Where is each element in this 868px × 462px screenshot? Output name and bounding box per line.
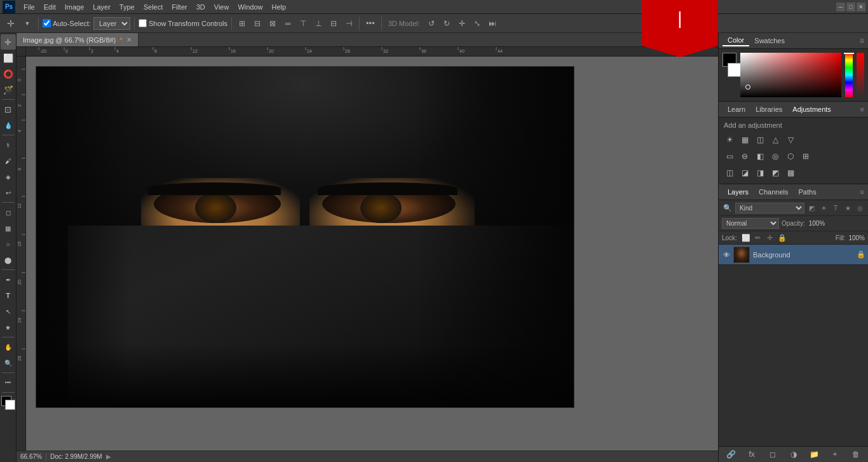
brightness-adj-icon[interactable]: ☀ (722, 133, 736, 147)
tab-swatches[interactable]: Swatches (749, 36, 790, 46)
menu-filter[interactable]: Filter (167, 2, 191, 12)
menu-image[interactable]: Image (60, 2, 89, 12)
move-tool[interactable]: ✛ (1, 34, 16, 50)
dodge-tool[interactable]: ⬤ (1, 252, 16, 268)
3d-roll-icon[interactable]: ⏭ (486, 17, 499, 30)
adjustments-expand[interactable]: ≡ (860, 105, 864, 113)
text-tool[interactable]: T (1, 288, 16, 303)
tab-learn[interactable]: Learn (722, 104, 750, 114)
photo-filter-adj-icon[interactable]: ◧ (753, 149, 767, 163)
lock-pixel-icon[interactable]: ⬜ (741, 233, 751, 243)
menu-edit[interactable]: Edit (39, 2, 60, 12)
layer-new-button[interactable]: + (825, 449, 845, 460)
align-right-icon[interactable]: ⊟ (327, 17, 340, 30)
selective-color-adj-icon[interactable]: ▩ (783, 166, 797, 180)
color-gradient[interactable] (740, 53, 841, 97)
crop-tool[interactable]: ⊡ (1, 102, 16, 117)
filter-smart-obj-icon[interactable]: ◎ (855, 203, 865, 213)
gradient-map-adj-icon[interactable]: ◩ (768, 166, 782, 180)
path-select-tool[interactable]: ↖ (1, 304, 16, 319)
curves-adj-icon[interactable]: ▦ (738, 133, 752, 147)
3d-scale-icon[interactable]: ⤡ (471, 17, 484, 30)
pen-tool[interactable]: ✒ (1, 272, 16, 287)
threshold-adj-icon[interactable]: ◨ (753, 166, 767, 180)
layer-link-button[interactable]: 🔗 (721, 449, 741, 460)
close-button[interactable]: ✕ (857, 3, 865, 11)
custom-shape-tool[interactable]: ★ (1, 320, 16, 335)
lock-all-icon[interactable]: 🔒 (777, 233, 787, 243)
menu-window[interactable]: Window (233, 2, 267, 12)
transform-checkbox-label[interactable]: Show Transform Controls (139, 19, 227, 27)
select-rect-tool[interactable]: ⬜ (1, 50, 16, 65)
history-brush-tool[interactable]: ↩ (1, 185, 16, 200)
exposure-adj-icon[interactable]: ◫ (753, 133, 767, 147)
background-color-swatch[interactable] (728, 63, 742, 77)
filter-kind-select[interactable]: Kind (735, 203, 804, 214)
status-arrow[interactable]: ▶ (106, 453, 111, 460)
layer-group-button[interactable]: 📁 (804, 449, 824, 460)
eraser-tool[interactable]: ◻ (1, 205, 16, 220)
align-left-icon[interactable]: ⊤ (297, 17, 309, 30)
vibrance-adj-icon[interactable]: △ (768, 133, 782, 147)
tool-dropdown-arrow[interactable]: ▼ (20, 17, 34, 31)
quick-select-tool[interactable]: 🪄 (1, 82, 16, 97)
blend-mode-select[interactable]: Normal (722, 218, 779, 229)
hand-tool[interactable]: ✋ (1, 339, 16, 355)
menu-layer[interactable]: Layer (88, 2, 115, 12)
3d-slide-icon[interactable]: ✛ (456, 17, 468, 30)
color-lookup-adj-icon[interactable]: ⬡ (783, 149, 797, 163)
hue-strip[interactable] (845, 53, 853, 97)
filter-adj-icon[interactable]: ☀ (818, 203, 829, 213)
layers-panel-expand[interactable]: ≡ (860, 188, 864, 196)
3d-rotate-icon[interactable]: ↺ (425, 17, 438, 30)
fill-value[interactable]: 100% (848, 234, 865, 241)
spot-heal-tool[interactable]: ⚕ (1, 137, 16, 153)
layer-adj-button[interactable]: ◑ (783, 449, 803, 460)
auto-select-label[interactable]: Auto-Select: (43, 19, 91, 27)
menu-select[interactable]: Select (139, 2, 168, 12)
align-top-icon[interactable]: ⊞ (236, 17, 248, 30)
menu-3d[interactable]: 3D (192, 2, 210, 12)
layer-fx-button[interactable]: fx (742, 449, 762, 460)
solarize-adj-icon[interactable]: ◪ (738, 166, 752, 180)
blur-tool[interactable]: ○ (1, 236, 16, 252)
align-horiz-icon[interactable]: ═ (281, 17, 294, 30)
posterize-adj-icon[interactable]: ⊞ (799, 149, 813, 163)
brush-tool[interactable]: 🖌 (1, 153, 16, 168)
filter-shape-icon[interactable]: ★ (843, 203, 853, 213)
image-tab[interactable]: Image.jpg @ 66.7% (RGB/8#) * ✕ (17, 33, 139, 46)
tab-paths[interactable]: Paths (794, 187, 822, 197)
tab-libraries[interactable]: Libraries (750, 104, 787, 114)
layer-delete-button[interactable]: 🗑 (846, 449, 865, 460)
tab-channels[interactable]: Channels (754, 187, 793, 197)
zoom-tool[interactable]: 🔍 (1, 355, 16, 370)
gradient-tool[interactable]: ▦ (1, 221, 16, 236)
filter-search-icon[interactable]: 🔍 (722, 202, 733, 214)
invert-adj-icon[interactable]: ◫ (722, 166, 736, 180)
layer-mask-button[interactable]: ◻ (763, 449, 782, 460)
lock-paint-icon[interactable]: ✏ (753, 233, 763, 243)
distribute-icon[interactable]: ⊣ (342, 17, 355, 30)
auto-select-checkbox[interactable] (43, 19, 51, 27)
align-center-icon[interactable]: ⊥ (312, 17, 325, 30)
move-tool-icon[interactable]: ✛ (4, 17, 18, 31)
tab-layers[interactable]: Layers (722, 187, 754, 197)
menu-view[interactable]: View (210, 2, 234, 12)
tab-color[interactable]: Color (722, 35, 749, 46)
3d-pan-icon[interactable]: ↻ (440, 17, 453, 30)
color-panel-expand[interactable]: ≡ (860, 36, 864, 45)
maximize-button[interactable]: □ (846, 3, 855, 11)
filter-text-icon[interactable]: T (831, 203, 841, 213)
align-bottom-icon[interactable]: ⊠ (266, 17, 279, 30)
menu-help[interactable]: Help (268, 2, 291, 12)
alpha-strip[interactable] (857, 53, 864, 97)
clone-stamp-tool[interactable]: ◈ (1, 169, 16, 184)
tab-close-button[interactable]: ✕ (126, 36, 132, 43)
menu-type[interactable]: Type (115, 2, 139, 12)
lock-move-icon[interactable]: ✛ (765, 233, 775, 243)
align-vert-icon[interactable]: ⊟ (251, 17, 264, 30)
opacity-value[interactable]: 100% (809, 220, 825, 227)
eyedropper-tool[interactable]: 💧 (1, 118, 16, 133)
menu-file[interactable]: File (19, 2, 39, 12)
auto-select-kind-select[interactable]: Layer (93, 17, 130, 30)
